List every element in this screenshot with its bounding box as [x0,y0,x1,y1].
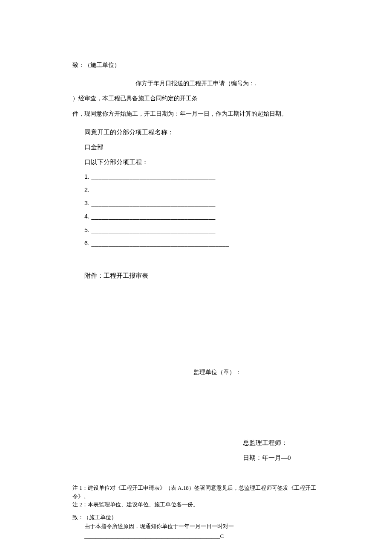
blank-line-3: 3. ____________________________________ [84,198,320,209]
blank-line-4: 4. ____________________________________ [84,211,320,222]
recipient-line: 致：（施工单位） [72,60,320,70]
blank-line-5: 5. ____________________________________ [84,225,320,235]
attachment-label: 附件：工程开工报审表 [72,270,320,282]
separator-line [72,481,320,481]
body-line-2: 件，现同意你方开始施工，开工日期为：年一月一日，作为工期计算的起始日期。 [72,108,320,119]
blank-line-2: 2. ____________________________________ [84,185,320,195]
instruction-reason: 由于本指令所述原因，现通知你单位于一年一月一日一时对一 [72,521,320,531]
blank-line-6: 6. _____________________________________… [84,238,320,249]
blank-c-line: ________________________________________… [72,531,320,541]
body-line-1: ）经审查，本工程已具备施工合同约定的开工条 [72,93,320,104]
signature-block: 总监理工程师： 日期：年一月—0 [72,437,320,464]
section-title: 同意开工的分部分项工程名称： [84,127,320,138]
signature-date: 日期：年一月—0 [243,452,320,464]
option-all: 口全部 [84,142,320,153]
recipient-line-2: 致：（施工单位） [72,513,320,522]
note-2: 注 2：本表监理单位、建设单位、施工单位各一份。 [72,500,320,509]
application-intro: 你方于年月日报送的工程开工申请（编号为：. [72,78,320,89]
stamp-line: 监理单位（章）： [72,367,320,378]
blank-line-1: 1. ____________________________________ [84,171,320,182]
note-1: 注 1：建设单位对《工程开工申请表》（表 A.18）签署同意意见后，总监理工程师… [72,484,320,500]
option-partial: 口以下分部分项工程： [84,157,320,168]
chief-engineer: 总监理工程师： [243,437,320,449]
approval-section: 同意开工的分部分项工程名称： 口全部 口以下分部分项工程： 1. _______… [72,127,320,249]
